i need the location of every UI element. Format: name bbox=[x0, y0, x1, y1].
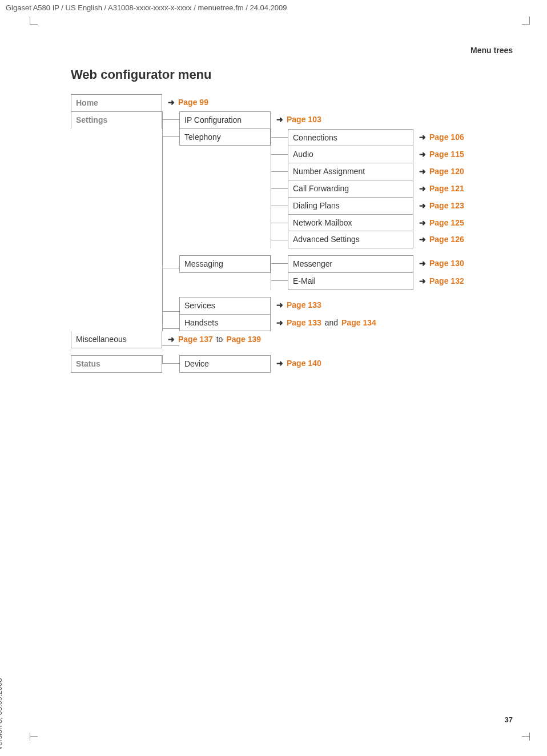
crop-mark bbox=[30, 731, 38, 741]
page-ref: ➜Page 140 bbox=[271, 355, 464, 368]
page-ref: ➜Page 115 bbox=[413, 146, 464, 159]
menu-number-assignment: Number Assignment bbox=[288, 163, 413, 180]
page-link[interactable]: Page 115 bbox=[429, 150, 464, 159]
version-string: Version 8, 03.09.2008 bbox=[0, 678, 3, 751]
menu-advanced-settings: Advanced Settings bbox=[288, 231, 413, 248]
page-link[interactable]: Page 99 bbox=[178, 98, 208, 107]
menu-services: Services bbox=[179, 297, 271, 315]
arrow-icon: ➜ bbox=[276, 300, 283, 310]
connector bbox=[162, 111, 179, 332]
page-link[interactable]: Page 133 bbox=[287, 318, 321, 328]
page-ref: ➜Page 121 bbox=[413, 180, 464, 194]
page-link[interactable]: Page 137 bbox=[178, 335, 213, 344]
arrow-icon: ➜ bbox=[276, 359, 283, 368]
page-ref: ➜ Page 99 bbox=[162, 94, 464, 107]
page-link[interactable]: Page 126 bbox=[429, 235, 464, 244]
arrow-icon: ➜ bbox=[168, 335, 175, 344]
menu-miscellaneous: Miscellaneous bbox=[71, 331, 162, 348]
page-link[interactable]: Page 139 bbox=[226, 335, 261, 344]
page-ref: ➜Page 120 bbox=[413, 163, 464, 176]
arrow-icon: ➜ bbox=[419, 276, 426, 286]
arrow-icon: ➜ bbox=[419, 167, 426, 176]
page-link[interactable]: Page 121 bbox=[429, 184, 464, 194]
menu-tree: Home ➜ Page 99 Settings IP Configuration… bbox=[71, 94, 464, 373]
arrow-icon: ➜ bbox=[419, 184, 426, 194]
arrow-icon: ➜ bbox=[419, 132, 426, 142]
ref-text: to bbox=[216, 335, 223, 344]
page-ref: ➜Page 125 bbox=[413, 215, 464, 228]
menu-device: Device bbox=[179, 355, 271, 373]
page-ref: ➜Page 137 to Page 139 bbox=[162, 331, 288, 344]
page-link[interactable]: Page 130 bbox=[429, 259, 464, 268]
page-number: 37 bbox=[505, 715, 513, 724]
menu-dialing-plans: Dialing Plans bbox=[288, 198, 413, 215]
crop-mark bbox=[30, 15, 38, 25]
arrow-icon: ➜ bbox=[276, 115, 283, 124]
menu-audio: Audio bbox=[288, 146, 413, 163]
menu-call-forwarding: Call Forwarding bbox=[288, 180, 413, 198]
menu-network-mailbox: Network Mailbox bbox=[288, 215, 413, 232]
section-label: Menu trees bbox=[470, 46, 513, 55]
menu-home: Home bbox=[71, 94, 162, 111]
menu-email: E-Mail bbox=[288, 273, 413, 290]
page-ref: ➜Page 133 and Page 134 bbox=[271, 315, 464, 328]
menu-status: Status bbox=[71, 355, 162, 373]
arrow-icon: ➜ bbox=[168, 98, 175, 107]
page-ref: ➜Page 123 bbox=[413, 198, 464, 211]
connector bbox=[271, 129, 288, 249]
arrow-icon: ➜ bbox=[419, 218, 426, 228]
menu-telephony: Telephony bbox=[179, 129, 271, 146]
page-link[interactable]: Page 123 bbox=[429, 201, 464, 211]
arrow-icon: ➜ bbox=[419, 235, 426, 244]
menu-connections: Connections bbox=[288, 129, 413, 147]
page-ref: ➜Page 130 bbox=[413, 255, 464, 268]
page-link[interactable]: Page 140 bbox=[287, 359, 321, 368]
menu-settings: Settings bbox=[71, 111, 162, 128]
page-ref: ➜Page 132 bbox=[413, 273, 464, 286]
page-link[interactable]: Page 103 bbox=[287, 115, 321, 124]
menu-messaging: Messaging bbox=[179, 255, 271, 273]
page-link[interactable]: Page 133 bbox=[287, 300, 321, 310]
menu-handsets: Handsets bbox=[179, 315, 271, 332]
arrow-icon: ➜ bbox=[276, 318, 283, 328]
arrow-icon: ➜ bbox=[419, 201, 426, 211]
arrow-icon: ➜ bbox=[419, 259, 426, 268]
page-link[interactable]: Page 134 bbox=[341, 318, 376, 328]
document-header: Gigaset A580 IP / US English / A31008-xx… bbox=[6, 3, 287, 12]
menu-messenger: Messenger bbox=[288, 255, 413, 273]
page-ref: ➜Page 106 bbox=[413, 129, 464, 142]
page-ref: ➜Page 133 bbox=[271, 297, 464, 310]
connector bbox=[162, 355, 179, 373]
page-link[interactable]: Page 120 bbox=[429, 167, 464, 176]
crop-mark bbox=[522, 731, 530, 741]
arrow-icon: ➜ bbox=[419, 150, 426, 159]
page-ref: ➜Page 126 bbox=[413, 231, 464, 244]
page-link[interactable]: Page 125 bbox=[429, 218, 464, 228]
menu-ip-configuration: IP Configuration bbox=[179, 111, 271, 129]
page-ref: ➜ Page 103 bbox=[271, 111, 464, 124]
ref-text: and bbox=[325, 318, 338, 328]
page-link[interactable]: Page 132 bbox=[429, 276, 464, 286]
page-link[interactable]: Page 106 bbox=[429, 132, 464, 142]
crop-mark bbox=[522, 15, 530, 25]
page-title: Web configurator menu bbox=[71, 67, 212, 82]
connector bbox=[271, 255, 288, 290]
